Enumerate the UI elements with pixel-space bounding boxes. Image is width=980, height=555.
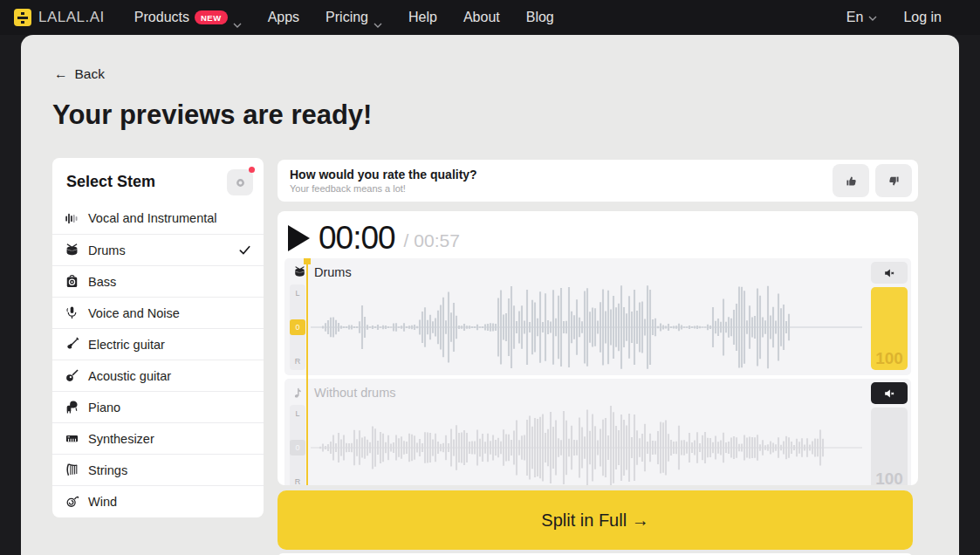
stem-list: Vocal and InstrumentalDrumsBassVoice and… [52, 202, 264, 517]
track-without-drums-volume-slider[interactable]: 100 [871, 408, 908, 485]
language-label: En [846, 10, 864, 25]
total-time: / 00:57 [404, 230, 460, 251]
stem-settings-button[interactable] [227, 169, 253, 195]
track-drums-balance-slider[interactable]: L 0 R [290, 284, 305, 370]
chevron-down-icon [233, 16, 242, 21]
check-icon [238, 243, 251, 257]
record-circle-icon [234, 176, 247, 189]
track-drums-mute-button[interactable] [871, 262, 908, 284]
thumbs-up-button[interactable] [833, 164, 869, 197]
track-without-drums: Without drums L 0 R 100 [284, 379, 911, 485]
new-badge: NEW [195, 10, 228, 24]
notification-dot [249, 167, 255, 173]
thumbs-up-icon [845, 175, 858, 188]
back-button[interactable]: ← Back [54, 66, 105, 82]
top-nav: LALAL.AI ProductsNEWAppsPricingHelpAbout… [0, 0, 980, 35]
stem-item-wind[interactable]: Wind [52, 485, 264, 517]
balance-handle[interactable]: 0 [290, 440, 305, 456]
microphone-icon [65, 305, 79, 320]
track-without-drums-balance-slider[interactable]: L 0 R [290, 405, 305, 485]
track-without-drums-header: Without drums [293, 385, 395, 400]
track-drums-header: Drums [293, 264, 352, 279]
speaker-mute-icon [883, 267, 895, 279]
nav-item-about[interactable]: About [463, 10, 500, 25]
rating-title: How would you rate the quality? [290, 168, 477, 182]
nav-item-pricing[interactable]: Pricing [326, 10, 382, 25]
back-arrow-icon: ← [54, 66, 68, 82]
playhead[interactable] [306, 258, 308, 485]
acoustic-guitar-icon [65, 368, 79, 383]
synthesizer-icon [65, 431, 79, 446]
rating-subtitle: Your feedback means a lot! [290, 183, 477, 194]
stem-item-voice-and-noise[interactable]: Voice and Noise [52, 297, 264, 328]
track-drums: Drums L 0 R 100 [284, 258, 911, 375]
brand-logo[interactable]: LALAL.AI [14, 9, 105, 26]
thumbs-down-button[interactable] [875, 164, 912, 197]
stem-item-strings[interactable]: Strings [52, 454, 264, 485]
brand-name: LALAL.AI [38, 9, 105, 26]
lalal-logo-icon [14, 9, 31, 26]
track-without-drums-mute-button[interactable] [871, 382, 908, 404]
stem-item-bass[interactable]: Bass [52, 265, 264, 297]
drum-icon [65, 243, 79, 257]
split-in-full-button[interactable]: Split in Full → [278, 490, 913, 550]
language-selector[interactable]: En [846, 10, 878, 25]
stem-item-synthesizer[interactable]: Synthesizer [52, 422, 264, 454]
content-panel: ← Back Your previews are ready! Select S… [21, 35, 959, 555]
nav-item-help[interactable]: Help [408, 10, 437, 25]
stem-item-vocal-and-instrumental[interactable]: Vocal and Instrumental [52, 202, 264, 234]
stem-item-piano[interactable]: Piano [52, 391, 264, 422]
current-time: 00:00 [319, 220, 395, 257]
waveform-icon [65, 211, 79, 226]
nav-item-products[interactable]: ProductsNEW [134, 10, 242, 25]
track-drums-volume-slider[interactable]: 100 [871, 287, 908, 370]
nav-item-blog[interactable]: Blog [526, 10, 554, 25]
bass-amp-icon [65, 274, 79, 289]
play-button[interactable] [288, 225, 310, 251]
stem-selector-card: Select Stem Vocal and InstrumentalDrumsB… [52, 158, 264, 517]
piano-icon [65, 400, 79, 415]
chevron-down-icon [868, 16, 877, 21]
waveform-drums[interactable] [311, 283, 862, 372]
page-title: Your previews are ready! [52, 99, 372, 131]
playhead-handle[interactable] [304, 258, 311, 264]
balance-handle[interactable]: 0 [290, 319, 305, 335]
stem-panel-title: Select Stem [66, 169, 155, 191]
login-link[interactable]: Log in [903, 10, 942, 25]
chevron-down-icon [373, 16, 382, 21]
wind-icon [65, 494, 79, 509]
waveform-without-drums[interactable] [311, 403, 862, 485]
electric-guitar-icon [65, 337, 79, 352]
stem-item-drums[interactable]: Drums [52, 234, 264, 265]
strings-icon [65, 462, 79, 477]
arrow-right-icon: → [632, 510, 649, 530]
preview-player-card: 00:00 / 00:57 Drums L 0 R 100 [278, 211, 918, 485]
speaker-mute-icon [883, 387, 895, 400]
stem-item-acoustic-guitar[interactable]: Acoustic guitar [52, 360, 264, 391]
thumbs-down-icon [887, 175, 901, 188]
nav-menu: ProductsNEWAppsPricingHelpAboutBlog [134, 10, 554, 25]
stem-item-electric-guitar[interactable]: Electric guitar [52, 328, 264, 360]
nav-item-apps[interactable]: Apps [268, 10, 299, 25]
rating-card: How would you rate the quality? Your fee… [278, 160, 918, 202]
